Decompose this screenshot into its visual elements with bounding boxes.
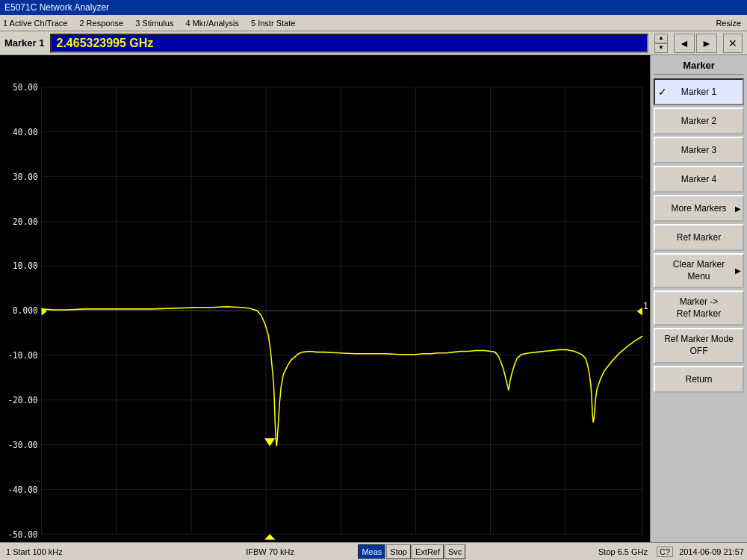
svg-text:-10.00: -10.00 — [7, 350, 37, 361]
marker-input-row: Marker 1 ▲ ▼ ◄ ► ✕ — [0, 31, 747, 55]
marker2-label: Marker 2 — [681, 116, 716, 126]
clear-marker-menu-arrow-icon: ▶ — [735, 267, 741, 275]
svg-text:40.00: 40.00 — [13, 127, 38, 137]
marker1-label: Marker 1 — [681, 87, 716, 97]
svg-text:50.00: 50.00 — [13, 82, 38, 93]
svg-text:1: 1 — [643, 301, 648, 311]
marker-value-input[interactable] — [50, 34, 648, 53]
status-start-freq: 1 Start 100 kHz — [3, 547, 182, 556]
return-button[interactable]: Return — [654, 366, 744, 393]
clear-marker-menu-button[interactable]: Clear Marker Menu ▶ — [654, 253, 744, 288]
status-indicator: C? — [657, 547, 673, 557]
menu-item-active-ch[interactable]: 1 Active Ch/Trace — [3, 19, 67, 28]
ref-marker-button[interactable]: Ref Marker — [654, 224, 744, 251]
status-svc-button[interactable]: Svc — [444, 544, 465, 559]
svg-text:20.00: 20.00 — [13, 216, 38, 226]
main-area: Tr1 S11 Log Mag 10.00dB/ Ref 0.000dB [F1… — [0, 55, 747, 542]
right-panel-title: Marker — [654, 58, 744, 75]
svg-text:-30.00: -30.00 — [7, 440, 37, 450]
marker4-label: Marker 4 — [681, 174, 716, 184]
chart-container: Tr1 S11 Log Mag 10.00dB/ Ref 0.000dB [F1… — [0, 55, 650, 542]
status-extref-button[interactable]: ExtRef — [412, 544, 444, 559]
marker-spin-up[interactable]: ▲ — [654, 34, 668, 43]
svg-text:10.00: 10.00 — [13, 261, 38, 271]
status-bar: 1 Start 100 kHz IFBW 70 kHz Meas Stop Ex… — [0, 542, 747, 560]
svg-rect-0 — [0, 55, 650, 542]
marker4-button[interactable]: Marker 4 — [654, 166, 744, 193]
clear-marker-menu-label: Clear Marker Menu — [673, 259, 725, 282]
marker-nav: ◄ ► — [674, 34, 717, 53]
menu-item-response[interactable]: 2 Response — [79, 19, 123, 28]
marker-nav-right[interactable]: ► — [696, 34, 717, 53]
marker-spinner: ▲ ▼ — [654, 34, 668, 53]
status-meas-button[interactable]: Meas — [358, 544, 385, 559]
svg-text:0.000: 0.000 — [13, 305, 38, 316]
status-buttons: Meas Stop ExtRef Svc — [358, 544, 465, 559]
more-markers-label: More Markers — [671, 203, 726, 214]
svg-text:-20.00: -20.00 — [7, 395, 37, 405]
svg-text:-40.00: -40.00 — [7, 484, 37, 494]
menu-item-stimulus[interactable]: 3 Stimulus — [135, 19, 173, 28]
status-timestamp: 2014-06-09 21:57 — [679, 547, 744, 556]
right-panel: Marker ✓ Marker 1 Marker 2 Marker 3 Mark… — [650, 55, 747, 542]
marker-nav-left[interactable]: ◄ — [674, 34, 695, 53]
status-ifbw: IFBW 70 kHz — [182, 547, 359, 556]
ref-marker-label: Ref Marker — [677, 232, 721, 243]
marker-spin-down[interactable]: ▼ — [654, 43, 668, 53]
marker2-button[interactable]: Marker 2 — [654, 108, 744, 134]
ref-marker-mode-label: Ref Marker Mode OFF — [664, 334, 734, 357]
app-title: E5071C Network Analyzer — [4, 2, 109, 13]
menu-bar: 1 Active Ch/Trace 2 Response 3 Stimulus … — [0, 15, 747, 31]
marker3-label: Marker 3 — [681, 145, 716, 155]
svg-text:30.00: 30.00 — [13, 171, 38, 181]
marker3-button[interactable]: Marker 3 — [654, 137, 744, 164]
check-mark-icon: ✓ — [658, 86, 667, 98]
marker-ref-marker-button[interactable]: Marker -> Ref Marker — [654, 290, 744, 326]
more-markers-button[interactable]: More Markers ▶ — [654, 195, 744, 222]
ref-marker-mode-button[interactable]: Ref Marker Mode OFF — [654, 328, 744, 363]
svg-text:-50.00: -50.00 — [7, 529, 37, 539]
marker1-button[interactable]: ✓ Marker 1 — [654, 78, 744, 105]
resize-button[interactable]: Resize — [713, 19, 744, 28]
chart-svg: 50.00 40.00 30.00 20.00 10.00 0.000 -10.… — [0, 55, 650, 542]
marker-close-button[interactable]: ✕ — [723, 34, 743, 53]
return-label: Return — [685, 374, 712, 385]
status-stop-button[interactable]: Stop — [386, 544, 411, 559]
title-bar: E5071C Network Analyzer — [0, 0, 747, 15]
marker-label: Marker 1 — [4, 37, 44, 49]
status-stop-freq: Stop 6.5 GHz — [471, 547, 651, 556]
menu-item-mkr-analysis[interactable]: 4 Mkr/Analysis — [185, 19, 239, 28]
marker-ref-marker-label: Marker -> Ref Marker — [677, 296, 721, 320]
menu-item-instr-state[interactable]: 5 Instr State — [251, 19, 295, 28]
more-markers-arrow-icon: ▶ — [735, 205, 741, 213]
